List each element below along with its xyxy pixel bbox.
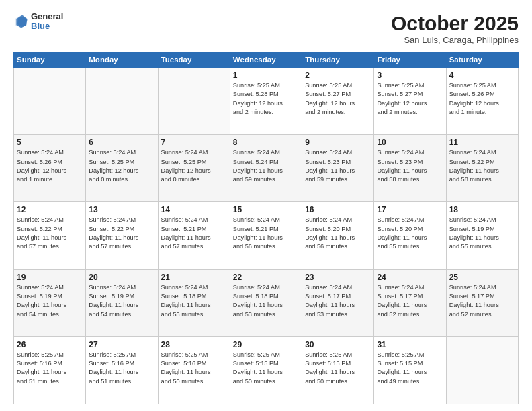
- page: General Blue October 2025 San Luis, Cara…: [0, 0, 532, 411]
- calendar-cell: 11Sunrise: 5:24 AM Sunset: 5:22 PM Dayli…: [446, 135, 518, 202]
- day-number: 26: [17, 340, 83, 349]
- calendar-cell: 16Sunrise: 5:24 AM Sunset: 5:20 PM Dayli…: [302, 202, 374, 269]
- day-info: Sunrise: 5:24 AM Sunset: 5:19 PM Dayligh…: [449, 216, 515, 251]
- calendar-cell: 29Sunrise: 5:25 AM Sunset: 5:15 PM Dayli…: [230, 336, 302, 404]
- calendar-cell: 31Sunrise: 5:25 AM Sunset: 5:15 PM Dayli…: [374, 336, 446, 404]
- calendar-cell: 27Sunrise: 5:25 AM Sunset: 5:16 PM Dayli…: [86, 336, 158, 404]
- weekday-header-wednesday: Wednesday: [230, 52, 302, 68]
- day-info: Sunrise: 5:24 AM Sunset: 5:23 PM Dayligh…: [377, 148, 443, 184]
- day-info: Sunrise: 5:24 AM Sunset: 5:21 PM Dayligh…: [233, 216, 299, 251]
- day-info: Sunrise: 5:24 AM Sunset: 5:22 PM Dayligh…: [89, 216, 154, 251]
- day-info: Sunrise: 5:24 AM Sunset: 5:23 PM Dayligh…: [305, 148, 371, 184]
- calendar-cell: 1Sunrise: 5:25 AM Sunset: 5:28 PM Daylig…: [230, 68, 302, 135]
- day-number: 19: [17, 273, 83, 282]
- day-info: Sunrise: 5:24 AM Sunset: 5:19 PM Dayligh…: [89, 283, 154, 319]
- day-number: 4: [449, 71, 515, 80]
- calendar-cell: 15Sunrise: 5:24 AM Sunset: 5:21 PM Dayli…: [230, 202, 302, 269]
- day-info: Sunrise: 5:24 AM Sunset: 5:24 PM Dayligh…: [233, 148, 299, 184]
- calendar-week-row: 26Sunrise: 5:25 AM Sunset: 5:16 PM Dayli…: [14, 336, 519, 404]
- calendar-cell: 10Sunrise: 5:24 AM Sunset: 5:23 PM Dayli…: [374, 135, 446, 202]
- day-number: 30: [305, 340, 371, 349]
- calendar-week-row: 1Sunrise: 5:25 AM Sunset: 5:28 PM Daylig…: [14, 68, 519, 135]
- calendar-cell: 17Sunrise: 5:24 AM Sunset: 5:20 PM Dayli…: [374, 202, 446, 269]
- day-number: 18: [449, 205, 515, 214]
- day-number: 11: [449, 138, 515, 147]
- calendar-cell: [158, 68, 230, 135]
- day-number: 5: [17, 138, 83, 147]
- calendar-week-row: 5Sunrise: 5:24 AM Sunset: 5:26 PM Daylig…: [14, 135, 519, 202]
- day-number: 21: [161, 273, 227, 282]
- day-info: Sunrise: 5:24 AM Sunset: 5:20 PM Dayligh…: [305, 216, 371, 251]
- day-info: Sunrise: 5:24 AM Sunset: 5:22 PM Dayligh…: [449, 148, 515, 184]
- day-info: Sunrise: 5:24 AM Sunset: 5:18 PM Dayligh…: [233, 283, 299, 319]
- calendar-cell: 20Sunrise: 5:24 AM Sunset: 5:19 PM Dayli…: [86, 269, 158, 336]
- calendar-cell: 25Sunrise: 5:24 AM Sunset: 5:17 PM Dayli…: [446, 269, 518, 336]
- day-number: 7: [161, 138, 227, 147]
- day-number: 23: [305, 273, 371, 282]
- calendar-cell: 7Sunrise: 5:24 AM Sunset: 5:25 PM Daylig…: [158, 135, 230, 202]
- day-number: 2: [305, 71, 371, 80]
- day-info: Sunrise: 5:24 AM Sunset: 5:20 PM Dayligh…: [377, 216, 443, 251]
- calendar-cell: 23Sunrise: 5:24 AM Sunset: 5:17 PM Dayli…: [302, 269, 374, 336]
- day-info: Sunrise: 5:24 AM Sunset: 5:25 PM Dayligh…: [161, 148, 227, 184]
- day-info: Sunrise: 5:24 AM Sunset: 5:17 PM Dayligh…: [377, 283, 443, 319]
- weekday-header-friday: Friday: [374, 52, 446, 68]
- day-number: 8: [233, 138, 299, 147]
- calendar-week-row: 19Sunrise: 5:24 AM Sunset: 5:19 PM Dayli…: [14, 269, 519, 336]
- calendar-cell: 21Sunrise: 5:24 AM Sunset: 5:18 PM Dayli…: [158, 269, 230, 336]
- day-number: 25: [449, 273, 515, 282]
- calendar-cell: 18Sunrise: 5:24 AM Sunset: 5:19 PM Dayli…: [446, 202, 518, 269]
- day-number: 1: [233, 71, 299, 80]
- header: General Blue October 2025 San Luis, Cara…: [13, 12, 519, 45]
- day-number: 27: [89, 340, 154, 349]
- day-number: 28: [161, 340, 227, 349]
- day-number: 20: [89, 273, 154, 282]
- weekday-header-thursday: Thursday: [302, 52, 374, 68]
- day-info: Sunrise: 5:25 AM Sunset: 5:16 PM Dayligh…: [161, 351, 227, 386]
- day-number: 14: [161, 205, 227, 214]
- day-number: 17: [377, 205, 443, 214]
- logo-blue: Blue: [31, 21, 63, 31]
- logo: General Blue: [13, 12, 63, 32]
- calendar-cell: 14Sunrise: 5:24 AM Sunset: 5:21 PM Dayli…: [158, 202, 230, 269]
- calendar-cell: 6Sunrise: 5:24 AM Sunset: 5:25 PM Daylig…: [86, 135, 158, 202]
- day-number: 3: [377, 71, 443, 80]
- calendar-cell: 12Sunrise: 5:24 AM Sunset: 5:22 PM Dayli…: [14, 202, 86, 269]
- day-number: 31: [377, 340, 443, 349]
- day-info: Sunrise: 5:25 AM Sunset: 5:16 PM Dayligh…: [17, 351, 83, 386]
- calendar-cell: 26Sunrise: 5:25 AM Sunset: 5:16 PM Dayli…: [14, 336, 86, 404]
- calendar-cell: 19Sunrise: 5:24 AM Sunset: 5:19 PM Dayli…: [14, 269, 86, 336]
- day-number: 16: [305, 205, 371, 214]
- calendar-cell: 24Sunrise: 5:24 AM Sunset: 5:17 PM Dayli…: [374, 269, 446, 336]
- location: San Luis, Caraga, Philippines: [391, 35, 519, 45]
- day-info: Sunrise: 5:24 AM Sunset: 5:19 PM Dayligh…: [17, 283, 83, 319]
- calendar-cell: 28Sunrise: 5:25 AM Sunset: 5:16 PM Dayli…: [158, 336, 230, 404]
- day-info: Sunrise: 5:24 AM Sunset: 5:18 PM Dayligh…: [161, 283, 227, 319]
- day-number: 10: [377, 138, 443, 147]
- calendar-cell: 9Sunrise: 5:24 AM Sunset: 5:23 PM Daylig…: [302, 135, 374, 202]
- calendar-cell: 13Sunrise: 5:24 AM Sunset: 5:22 PM Dayli…: [86, 202, 158, 269]
- day-number: 13: [89, 205, 154, 214]
- weekday-header-sunday: Sunday: [14, 52, 86, 68]
- calendar-cell: [446, 336, 518, 404]
- day-number: 22: [233, 273, 299, 282]
- day-info: Sunrise: 5:25 AM Sunset: 5:28 PM Dayligh…: [233, 81, 299, 117]
- day-info: Sunrise: 5:25 AM Sunset: 5:15 PM Dayligh…: [233, 351, 299, 386]
- logo-icon: [13, 14, 28, 29]
- day-number: 29: [233, 340, 299, 349]
- day-info: Sunrise: 5:24 AM Sunset: 5:26 PM Dayligh…: [17, 148, 83, 184]
- calendar-cell: [14, 68, 86, 135]
- day-info: Sunrise: 5:24 AM Sunset: 5:25 PM Dayligh…: [89, 148, 154, 184]
- calendar-cell: 30Sunrise: 5:25 AM Sunset: 5:15 PM Dayli…: [302, 336, 374, 404]
- day-number: 12: [17, 205, 83, 214]
- weekday-header-tuesday: Tuesday: [158, 52, 230, 68]
- day-info: Sunrise: 5:25 AM Sunset: 5:16 PM Dayligh…: [89, 351, 154, 386]
- day-info: Sunrise: 5:25 AM Sunset: 5:27 PM Dayligh…: [377, 81, 443, 117]
- calendar-cell: [86, 68, 158, 135]
- calendar-cell: 4Sunrise: 5:25 AM Sunset: 5:26 PM Daylig…: [446, 68, 518, 135]
- day-info: Sunrise: 5:24 AM Sunset: 5:21 PM Dayligh…: [161, 216, 227, 251]
- calendar-cell: 8Sunrise: 5:24 AM Sunset: 5:24 PM Daylig…: [230, 135, 302, 202]
- day-number: 15: [233, 205, 299, 214]
- weekday-header-monday: Monday: [86, 52, 158, 68]
- title-block: October 2025 San Luis, Caraga, Philippin…: [391, 12, 519, 45]
